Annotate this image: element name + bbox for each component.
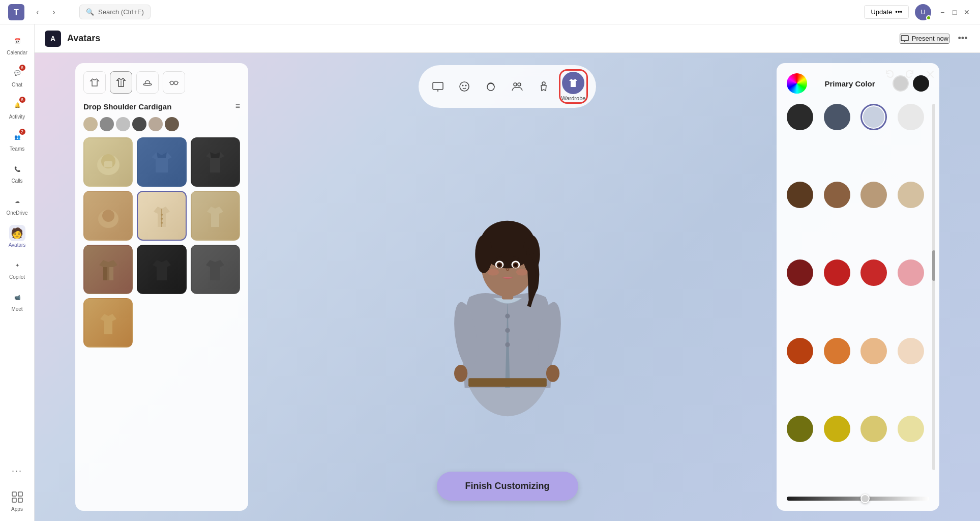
color-strip-3[interactable]	[116, 117, 130, 131]
selected-color-dark[interactable]	[913, 75, 929, 92]
panel-scrollbar[interactable]	[932, 104, 935, 470]
sidebar-item-more[interactable]: ···	[3, 458, 32, 484]
tab-glasses[interactable]	[163, 71, 185, 94]
panel-scrollbar-thumb[interactable]	[932, 250, 935, 281]
wardrobe-selected-wrap: Wardrobe	[559, 69, 588, 104]
sidebar: 📅 Calendar 💬 6 Chat 🔔 6 Activity 👥 2 Tea…	[0, 24, 35, 521]
color-swatch-2[interactable]	[860, 104, 887, 130]
item-card-10[interactable]	[83, 298, 133, 348]
item-card-6[interactable]	[191, 191, 240, 240]
color-swatch-8[interactable]	[787, 259, 813, 286]
color-swatch-1[interactable]	[824, 104, 850, 130]
item-card-3[interactable]	[191, 137, 240, 187]
color-wheel[interactable]	[787, 73, 807, 94]
sidebar-item-onedrive[interactable]: ☁ OneDrive	[3, 189, 32, 220]
color-strip-6[interactable]	[165, 117, 179, 131]
close-button[interactable]: ✕	[962, 7, 972, 17]
item-card-7[interactable]	[83, 245, 133, 294]
brightness-thumb[interactable]	[860, 494, 870, 503]
forward-button[interactable]: ›	[47, 5, 61, 19]
color-swatch-18[interactable]	[860, 416, 887, 442]
selected-color-light[interactable]	[893, 75, 909, 92]
toolbar-hair-button[interactable]	[480, 75, 502, 98]
tab-tops[interactable]	[83, 71, 106, 94]
color-swatch-0[interactable]	[787, 104, 813, 130]
color-swatch-13[interactable]	[824, 338, 850, 364]
sidebar-item-teams[interactable]: 👥 2 Teams	[3, 125, 32, 156]
header-more-button[interactable]: •••	[956, 32, 970, 46]
svg-point-55	[498, 264, 501, 267]
filter-icon[interactable]: ≡	[235, 102, 240, 111]
item-card-9[interactable]	[191, 245, 240, 294]
color-strip-5[interactable]	[149, 117, 163, 131]
titlebar: T ‹ › 🔍 Search (Ctrl+E) Update ••• U − □…	[0, 0, 980, 24]
toolbar-screen-button[interactable]	[427, 75, 449, 98]
finish-customizing-button[interactable]: Finish Customizing	[437, 472, 578, 501]
sidebar-item-meet[interactable]: 📹 Meet	[3, 285, 32, 316]
sidebar-label-avatars: Avatars	[9, 242, 26, 248]
color-swatch-9[interactable]	[824, 259, 850, 286]
status-indicator	[926, 15, 931, 20]
sidebar-item-calls[interactable]: 📞 Calls	[3, 157, 32, 188]
maximize-button[interactable]: □	[949, 7, 960, 17]
toolbar-face-button[interactable]	[453, 75, 476, 98]
sidebar-item-apps[interactable]: Apps	[3, 485, 32, 516]
sidebar-item-activity[interactable]: 🔔 6 Activity	[3, 93, 32, 124]
teams-badge: 2	[18, 128, 26, 136]
sidebar-item-calendar[interactable]: 📅 Calendar	[3, 28, 32, 60]
chat-badge: 6	[18, 64, 26, 72]
toolbar-group-button[interactable]	[506, 75, 528, 98]
svg-rect-29	[104, 161, 112, 167]
item-card-2[interactable]	[137, 137, 186, 187]
color-swatch-3[interactable]	[898, 104, 924, 130]
toolbar-wardrobe-button[interactable]	[562, 72, 584, 94]
color-swatch-5[interactable]	[824, 182, 850, 208]
svg-rect-4	[12, 498, 16, 502]
color-strip-1[interactable]	[83, 117, 98, 131]
color-swatch-17[interactable]	[824, 416, 850, 442]
svg-point-35	[161, 222, 163, 224]
calendar-icon-wrap: 📅	[9, 33, 25, 49]
onedrive-icon: ☁	[15, 198, 20, 204]
brightness-slider[interactable]	[787, 497, 929, 501]
color-swatch-4[interactable]	[787, 182, 813, 208]
items-grid	[83, 137, 240, 348]
user-avatar[interactable]: U	[915, 4, 931, 20]
toolbar-body-button[interactable]	[532, 75, 555, 98]
sidebar-item-chat[interactable]: 💬 6 Chat	[3, 61, 32, 92]
color-strip	[83, 117, 240, 131]
tab-hat[interactable]	[136, 71, 159, 94]
color-swatch-12[interactable]	[787, 338, 813, 364]
tab-cardigan[interactable]	[110, 71, 132, 94]
apps-icon	[12, 491, 23, 503]
back-button[interactable]: ‹	[31, 5, 45, 19]
brightness-track[interactable]	[787, 497, 929, 501]
color-swatch-6[interactable]	[860, 182, 887, 208]
color-swatch-11[interactable]	[898, 259, 924, 286]
app-title: Avatars	[67, 33, 100, 44]
update-button[interactable]: Update •••	[864, 5, 909, 19]
sidebar-item-avatars[interactable]: 🧑 Avatars	[3, 221, 32, 252]
color-strip-4[interactable]	[132, 117, 146, 131]
search-bar[interactable]: 🔍 Search (Ctrl+E)	[79, 5, 151, 19]
svg-point-15	[514, 83, 517, 86]
copilot-icon: ✦	[15, 263, 19, 268]
color-swatch-14[interactable]	[860, 338, 887, 364]
item-card-5[interactable]	[137, 191, 186, 240]
color-swatch-15[interactable]	[898, 338, 924, 364]
svg-text:T: T	[14, 8, 19, 17]
svg-point-21	[143, 83, 152, 85]
item-card-8[interactable]	[137, 245, 186, 294]
minimize-button[interactable]: −	[937, 7, 947, 17]
color-swatch-16[interactable]	[787, 416, 813, 442]
teams-icon: 👥	[14, 134, 20, 140]
color-strip-2[interactable]	[100, 117, 114, 131]
svg-point-12	[462, 85, 463, 86]
item-card-1[interactable]	[83, 137, 133, 187]
color-swatch-10[interactable]	[860, 259, 887, 286]
present-now-button[interactable]: Present now	[900, 34, 949, 44]
sidebar-item-copilot[interactable]: ✦ Copilot	[3, 253, 32, 284]
color-swatch-7[interactable]	[898, 182, 924, 208]
item-card-4[interactable]	[83, 191, 133, 240]
color-swatch-19[interactable]	[898, 416, 924, 442]
